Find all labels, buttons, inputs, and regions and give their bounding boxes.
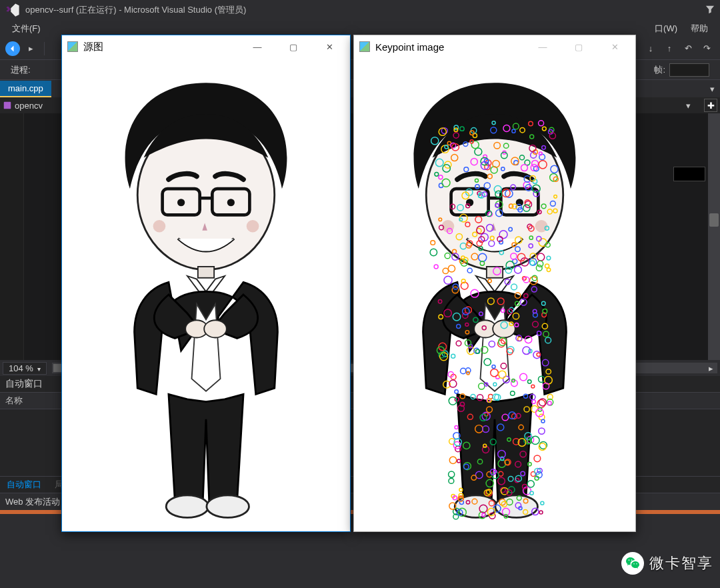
vs-logo-icon (5, 3, 20, 17)
scope-selector[interactable]: opencv (3, 101, 43, 111)
close-button[interactable]: ✕ (314, 37, 345, 57)
svg-point-337 (455, 426, 458, 429)
svg-point-403 (449, 478, 454, 483)
minimize-button[interactable]: — (242, 37, 273, 57)
svg-point-328 (541, 501, 544, 505)
title-bar: opencv--surf (正在运行) - Microsoft Visual S… (0, 0, 720, 20)
svg-point-253 (456, 341, 461, 346)
step-into-icon[interactable]: ↓ (643, 41, 659, 57)
window-keypoint-image[interactable]: Keypoint image — ▢ ✕ (353, 35, 636, 532)
window-source-image[interactable]: 源图 — ▢ ✕ (61, 35, 351, 532)
editor-highlight (673, 167, 705, 181)
svg-point-373 (449, 471, 455, 477)
window-body (62, 58, 350, 531)
nav-back-button[interactable] (5, 41, 20, 56)
svg-point-179 (545, 264, 549, 268)
svg-point-311 (511, 284, 517, 290)
editor-gutter (0, 113, 24, 360)
svg-point-383 (531, 436, 539, 444)
tab-dropdown-icon[interactable]: ▾ (704, 81, 720, 97)
step-out-icon[interactable]: ↑ (661, 41, 677, 57)
opencv-window-icon (67, 41, 78, 52)
source-image (62, 58, 350, 531)
svg-point-192 (547, 256, 551, 260)
minimize-button[interactable]: — (527, 37, 558, 57)
undo-icon[interactable]: ↶ (680, 41, 696, 57)
process-label: 进程: (11, 64, 31, 76)
svg-point-247 (443, 268, 448, 273)
autos-tab-autos[interactable]: 自动窗口 (0, 477, 48, 493)
svg-point-220 (479, 383, 485, 389)
svg-point-202 (455, 390, 458, 393)
svg-point-277 (528, 380, 531, 383)
hscroll-right-arrow[interactable]: ▸ (705, 363, 716, 373)
menu-help[interactable]: 帮助 (684, 21, 715, 37)
tab-main-cpp[interactable]: main.cpp (0, 81, 51, 97)
menu-file[interactable]: 文件(F) (5, 21, 47, 37)
window-title: Keypoint image (375, 41, 522, 53)
svg-point-343 (534, 455, 541, 462)
svg-point-89 (430, 249, 437, 255)
menu-window[interactable]: 口(W) (648, 21, 684, 37)
svg-point-420 (539, 511, 543, 514)
svg-point-117 (536, 265, 542, 271)
svg-point-410 (531, 406, 538, 413)
redo-icon[interactable]: ↷ (699, 41, 715, 57)
svg-point-162 (537, 261, 543, 267)
frame-selector[interactable]: 帧: (654, 63, 709, 77)
watermark-text: 微卡智享 (649, 553, 713, 573)
svg-point-250 (520, 373, 527, 381)
svg-point-120 (537, 253, 545, 261)
svg-point-398 (459, 488, 463, 491)
nav-forward-button[interactable]: ▸ (23, 41, 39, 57)
keypoint-image (354, 58, 635, 531)
svg-point-342 (449, 457, 456, 463)
svg-point-306 (548, 401, 552, 405)
nav-dropdown-icon[interactable]: ▾ (680, 97, 696, 113)
vertical-scrollbar[interactable] (708, 113, 720, 360)
svg-point-261 (547, 268, 550, 271)
maximize-button[interactable]: ▢ (563, 37, 594, 57)
watermark: 微卡智享 (621, 552, 713, 575)
opencv-window-icon (359, 41, 370, 52)
svg-point-391 (527, 481, 534, 487)
svg-point-24 (445, 253, 450, 259)
svg-rect-0 (4, 102, 11, 109)
wechat-icon (621, 552, 644, 575)
svg-point-414 (457, 459, 461, 463)
split-editor-icon[interactable]: ✚ (704, 99, 717, 112)
window-body (354, 58, 635, 531)
maximize-button[interactable]: ▢ (278, 37, 309, 57)
svg-point-27 (434, 265, 438, 269)
scope-label: opencv (15, 101, 43, 111)
app-title: opencv--surf (正在运行) - Microsoft Visual S… (25, 4, 246, 16)
window-titlebar[interactable]: Keypoint image — ▢ ✕ (354, 35, 635, 58)
frame-label: 帧: (654, 64, 665, 76)
svg-point-171 (448, 265, 455, 272)
tab-web-publish[interactable]: Web 发布活动 (5, 496, 60, 508)
svg-point-231 (488, 279, 491, 283)
close-button[interactable]: ✕ (599, 37, 630, 57)
window-titlebar[interactable]: 源图 — ▢ ✕ (62, 35, 350, 58)
svg-point-397 (539, 428, 545, 434)
scrollbar-thumb[interactable] (709, 213, 719, 227)
svg-point-315 (467, 268, 472, 273)
window-title: 源图 (83, 41, 237, 53)
svg-point-295 (511, 391, 515, 396)
svg-point-248 (451, 354, 455, 358)
svg-point-93 (431, 241, 435, 245)
svg-point-278 (537, 353, 540, 356)
svg-point-205 (537, 400, 545, 408)
filter-icon[interactable] (705, 5, 715, 16)
svg-point-260 (444, 276, 452, 284)
svg-point-236 (531, 385, 535, 388)
svg-point-90 (530, 261, 535, 265)
svg-point-194 (515, 266, 522, 273)
zoom-selector[interactable]: 104 % (3, 362, 47, 375)
